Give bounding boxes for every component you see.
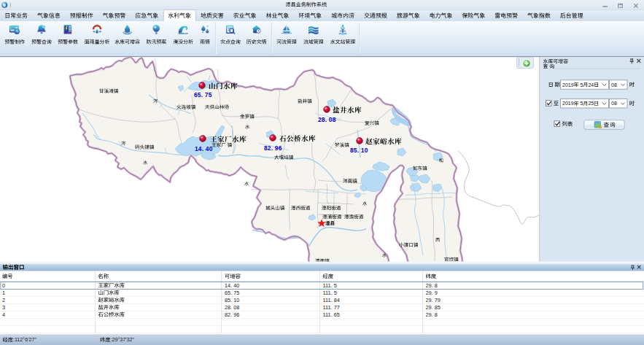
svg-text::112°6'27": :112°6'27" [13,336,37,343]
svg-text:24: 24 [588,82,594,88]
svg-text::29°37'32": :29°37'32" [110,336,134,343]
svg-text:14. 40: 14. 40 [195,145,213,152]
svg-text:111. 84: 111. 84 [323,297,340,303]
svg-text:111. 5: 111. 5 [323,290,337,296]
svg-text:111. 5: 111. 5 [323,282,337,289]
svg-text:5: 5 [579,101,583,106]
svg-text:111. 65: 111. 65 [323,311,340,318]
svg-text:111. 77: 111. 77 [323,304,340,311]
svg-text:3: 3 [2,304,5,311]
svg-text:82. 96: 82. 96 [225,311,239,318]
svg-text:2019: 2019 [562,101,574,106]
svg-text:0: 0 [2,282,5,289]
svg-text:5: 5 [579,82,583,88]
svg-text:65. 75: 65. 75 [225,290,239,296]
svg-text:29. 8: 29. 8 [426,282,438,289]
svg-text:65. 75: 65. 75 [194,91,212,98]
svg-text:85. 10: 85. 10 [350,147,368,154]
svg-text:28. 08: 28. 08 [318,116,336,123]
svg-text:4: 4 [2,311,5,318]
svg-text:25: 25 [588,101,594,106]
svg-text:29. 8: 29. 8 [426,311,438,318]
svg-text:28. 08: 28. 08 [225,304,239,311]
svg-text:08: 08 [611,82,617,88]
svg-text:29. 79: 29. 79 [426,297,441,303]
svg-text:29. 85: 29. 85 [426,304,441,311]
svg-text:85. 10: 85. 10 [225,297,239,303]
svg-text:2: 2 [2,297,5,303]
svg-text:1: 1 [2,290,5,296]
svg-text:29. 9: 29. 9 [426,290,438,296]
svg-text:14. 40: 14. 40 [225,282,239,289]
svg-text:2019: 2019 [562,82,574,88]
svg-text:08: 08 [611,101,617,106]
svg-text:82. 96: 82. 96 [264,144,282,152]
